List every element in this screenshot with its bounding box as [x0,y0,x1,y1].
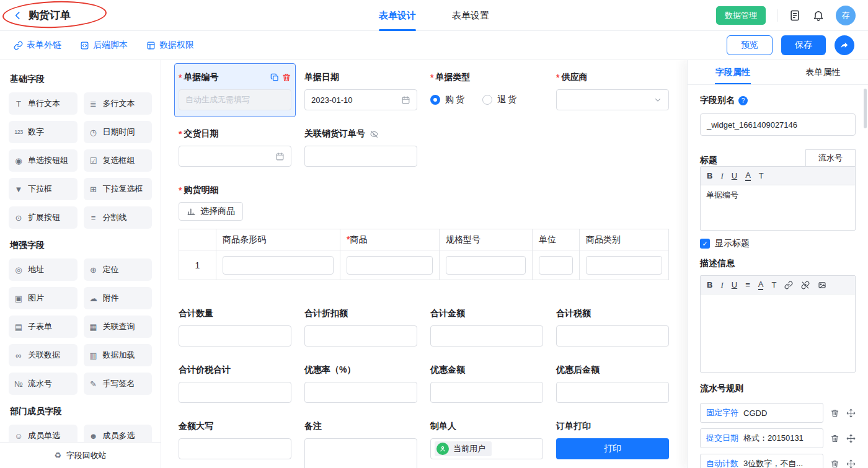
field-item-subform[interactable]: ▤子表单 [9,316,78,338]
amount-words-input[interactable] [179,438,291,459]
total-with-tax-input[interactable] [179,382,291,403]
field-item-datetime[interactable]: ◷日期时间 [84,121,153,143]
total-discount-input[interactable] [304,325,417,347]
bill-date-input[interactable]: 2023-01-10 [304,89,417,110]
insert-serial-chip[interactable]: 流水号 [805,149,856,167]
canvas-field-purchase-detail[interactable]: * 购货明细 选择商品 商品条形码 *商品 [179,184,670,280]
bold-icon[interactable]: B [707,172,712,180]
canvas-field-total-tax[interactable]: 合计税额 [556,307,669,347]
canvas-field-bill-date[interactable]: 单据日期 2023-01-10 [304,71,417,110]
select-product-button[interactable]: 选择商品 [179,202,243,221]
remove-link-icon[interactable] [801,281,810,289]
font-size-icon[interactable]: T [771,281,776,289]
delete-rule-icon[interactable] [830,459,839,468]
after-discount-input[interactable] [556,382,669,403]
field-item-address[interactable]: ◎地址 [9,258,78,281]
font-color-icon[interactable]: A [745,171,751,181]
unit-input[interactable] [539,256,573,275]
font-size-icon[interactable]: T [759,172,764,180]
field-item-serial-number[interactable]: №流水号 [9,373,78,395]
field-item-signature[interactable]: ✎手写签名 [84,373,153,395]
canvas-field-order-print[interactable]: 订单打印 打印 [556,420,669,468]
supplier-select[interactable] [556,89,669,110]
insert-link-icon[interactable] [784,281,793,289]
creator-input[interactable]: 当前用户 [430,438,543,459]
alias-input[interactable]: _widget_1661409027146 [700,113,856,136]
field-item-extend-button[interactable]: ⊙扩展按钮 [9,206,78,229]
external-link-button[interactable]: 表单外链 [14,40,61,51]
field-item-select[interactable]: ▼下拉框 [9,178,78,200]
rule-type[interactable]: 自动计数 [706,458,738,468]
field-item-attachment[interactable]: ☁附件 [84,287,153,309]
italic-icon[interactable]: I [720,281,723,289]
canvas-field-total-amount[interactable]: 合计金额 [430,307,543,347]
underline-icon[interactable]: U [732,281,737,289]
move-rule-icon[interactable] [846,408,856,418]
field-item-image[interactable]: ▣图片 [9,287,78,309]
tab-field-properties[interactable]: 字段属性 [688,60,778,84]
description-editor-content[interactable] [701,294,855,372]
insert-image-icon[interactable] [818,281,826,289]
avatar[interactable]: 存 [836,6,856,25]
title-editor-content[interactable]: 单据编号 [701,185,855,230]
discount-amount-input[interactable] [430,382,543,403]
canvas-field-discount-amount[interactable]: 优惠金额 [430,364,543,403]
move-rule-icon[interactable] [846,459,856,468]
rule-type[interactable]: 固定字符 [706,407,738,418]
bill-no-input[interactable]: 自动生成无需填写 [179,89,291,110]
move-rule-icon[interactable] [846,434,856,443]
rule-type[interactable]: 提交日期 [706,433,738,444]
field-item-multi-select[interactable]: ⊞下拉复选框 [84,178,153,200]
checkbox-checked-icon[interactable]: ✓ [700,239,710,249]
bell-icon[interactable] [812,9,825,22]
help-icon[interactable]: ? [738,96,748,105]
panel-scrollbar[interactable] [864,89,867,128]
field-item-data-load[interactable]: ▥数据加载 [84,344,153,366]
italic-icon[interactable]: I [720,172,723,180]
field-recycle-bin[interactable]: ♻ 字段回收站 [0,442,161,468]
related-sales-input[interactable] [304,146,417,167]
tab-form-properties[interactable]: 表单属性 [778,60,868,84]
align-icon[interactable]: ≡ [745,281,750,289]
delete-field-icon[interactable] [281,73,291,82]
rule-fixed-chars[interactable]: 固定字符 CGDD [700,403,823,423]
canvas-field-bill-type[interactable]: * 单据类型 购货 退货 [430,71,543,110]
product-input[interactable] [347,256,433,275]
backend-script-button[interactable]: 后端脚本 [80,40,128,51]
total-amount-input[interactable] [430,325,543,347]
canvas-field-discount-rate[interactable]: 优惠率（%） [304,364,417,403]
barcode-input[interactable] [223,256,334,275]
canvas-field-creator[interactable]: 制单人 当前用户 [430,420,543,468]
canvas-field-total-discount[interactable]: 合计折扣额 [304,307,417,347]
field-item-divider[interactable]: ≡分割线 [84,206,153,229]
canvas-field-remark[interactable]: 备注 [304,420,417,468]
spec-input[interactable] [446,256,526,275]
preview-button[interactable]: 预览 [727,35,773,55]
document-icon[interactable] [789,9,801,22]
field-item-radio-group[interactable]: ◉单选按钮组 [9,149,78,172]
discount-rate-input[interactable] [304,382,417,403]
font-color-icon[interactable]: A [758,280,764,290]
field-item-linked-query[interactable]: ▦关联查询 [84,316,153,338]
share-button[interactable] [835,35,854,55]
tab-form-settings[interactable]: 表单设置 [452,0,489,31]
delivery-date-input[interactable] [179,146,291,167]
field-item-linked-data[interactable]: ∞关联数据 [9,344,78,366]
canvas-field-amount-words[interactable]: 金额大写 [179,420,291,468]
field-item-multi-line-text[interactable]: ≣多行文本 [84,92,153,115]
delete-rule-icon[interactable] [830,434,839,443]
canvas-field-bill-no[interactable]: * 单据编号 自动生成无需填写 [174,63,296,117]
current-user-tag[interactable]: 当前用户 [435,441,492,456]
rule-submit-date[interactable]: 提交日期 格式：20150131 [700,428,823,448]
print-button[interactable]: 打印 [556,438,669,459]
save-button[interactable]: 保存 [781,35,826,55]
bold-icon[interactable]: B [707,281,712,289]
back-button[interactable] [12,10,24,21]
underline-icon[interactable]: U [732,172,737,180]
canvas-field-after-discount[interactable]: 优惠后金额 [556,364,669,403]
canvas-field-related-sales-no[interactable]: 关联销货订单号 [304,128,417,167]
field-item-checkbox-group[interactable]: ☑复选框组 [84,149,153,172]
field-item-single-line-text[interactable]: T单行文本 [9,92,78,115]
canvas-field-supplier[interactable]: * 供应商 [556,71,669,110]
field-item-location[interactable]: ⊕定位 [84,258,153,281]
